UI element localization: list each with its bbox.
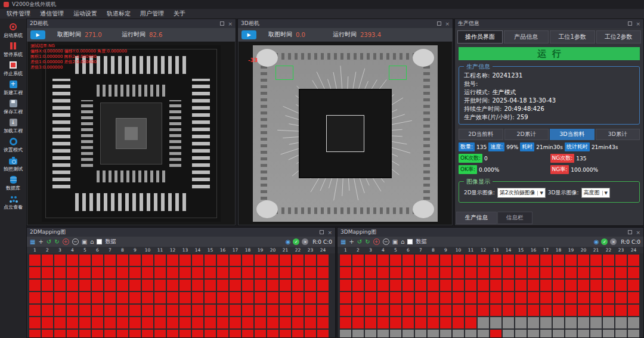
die-cell[interactable] — [628, 292, 639, 303]
die-cell[interactable] — [280, 305, 291, 316]
close-icon[interactable]: × — [327, 230, 332, 235]
die-cell[interactable] — [515, 317, 527, 328]
float-icon[interactable] — [437, 21, 441, 26]
die-cell[interactable] — [490, 255, 501, 266]
rotate-right-icon[interactable]: ↻ — [54, 239, 59, 245]
sidebar-item-save-project[interactable]: 保存工程 — [0, 99, 26, 115]
die-cell[interactable] — [154, 317, 166, 328]
die-cell[interactable] — [54, 317, 66, 328]
tab-station1-params[interactable]: 工位1参数 — [550, 30, 595, 44]
die-cell[interactable] — [129, 280, 141, 291]
die-cell[interactable] — [340, 267, 351, 278]
die-cell[interactable] — [167, 255, 178, 266]
die-cell[interactable] — [503, 330, 514, 337]
die-cell[interactable] — [415, 255, 426, 266]
close-icon[interactable]: × — [445, 21, 450, 27]
probe-icon[interactable]: ◉ — [594, 239, 599, 245]
die-cell[interactable] — [92, 292, 103, 303]
die-cell[interactable] — [117, 280, 128, 291]
die-cell[interactable] — [79, 330, 91, 337]
die-cell[interactable] — [79, 305, 91, 316]
die-cell[interactable] — [340, 255, 351, 266]
die-cell[interactable] — [242, 255, 253, 266]
die-cell[interactable] — [142, 292, 153, 303]
die-cell[interactable] — [267, 267, 278, 278]
camera-3d-image[interactable]: -33 — [239, 42, 452, 225]
die-cell[interactable] — [465, 280, 476, 291]
menu-about[interactable]: 关于 — [169, 9, 190, 18]
tab-3d-total[interactable]: 3D累计 — [596, 129, 640, 140]
close-icon[interactable]: × — [636, 230, 640, 235]
sidebar-item-settings-mode[interactable]: 设置模式 — [0, 137, 26, 153]
zoom-in-icon[interactable]: + — [373, 238, 380, 245]
die-cell[interactable] — [317, 330, 329, 337]
save-map-icon[interactable]: ▣ — [392, 239, 398, 245]
die-cell[interactable] — [205, 317, 216, 328]
data-checkbox[interactable] — [97, 239, 102, 244]
die-cell[interactable] — [528, 292, 539, 303]
die-cell[interactable] — [129, 305, 141, 316]
die-cell[interactable] — [317, 255, 329, 266]
die-cell[interactable] — [192, 305, 203, 316]
die-cell[interactable] — [503, 292, 514, 303]
die-cell[interactable] — [129, 317, 141, 328]
die-cell[interactable] — [540, 292, 552, 303]
sidebar-item-start[interactable]: 启动系统 — [0, 23, 26, 39]
die-cell[interactable] — [54, 330, 66, 337]
die-cell[interactable] — [42, 305, 53, 316]
die-cell[interactable] — [267, 292, 278, 303]
die-cell[interactable] — [54, 292, 66, 303]
die-cell[interactable] — [142, 305, 153, 316]
die-cell[interactable] — [179, 267, 191, 278]
tab-2d-total[interactable]: 2D累计 — [504, 129, 549, 140]
die-cell[interactable] — [390, 292, 401, 303]
sidebar-item-stop[interactable]: 停止系统 — [0, 61, 26, 77]
die-cell[interactable] — [292, 292, 304, 303]
die-cell[interactable] — [565, 330, 577, 337]
die-cell[interactable] — [490, 267, 501, 278]
die-cell[interactable] — [415, 317, 426, 328]
die-cell[interactable] — [142, 255, 153, 266]
die-cell[interactable] — [305, 292, 316, 303]
die-cell[interactable] — [565, 255, 577, 266]
die-cell[interactable] — [377, 317, 389, 328]
die-cell[interactable] — [92, 330, 103, 337]
die-cell[interactable] — [590, 255, 602, 266]
die-cell[interactable] — [415, 330, 426, 337]
die-cell[interactable] — [267, 255, 278, 266]
tab-production-info[interactable]: 生产信息 — [456, 212, 497, 224]
rotate-left-icon[interactable]: ↺ — [357, 239, 362, 245]
die-cell[interactable] — [167, 267, 178, 278]
die-cell[interactable] — [305, 267, 316, 278]
die-cell[interactable] — [515, 305, 527, 316]
die-cell[interactable] — [603, 305, 614, 316]
die-cell[interactable] — [340, 280, 351, 291]
die-cell[interactable] — [503, 317, 514, 328]
die-cell[interactable] — [603, 330, 614, 337]
die-cell[interactable] — [553, 330, 564, 337]
menu-communication[interactable]: 通信管理 — [36, 9, 68, 18]
die-cell[interactable] — [390, 317, 401, 328]
die-cell[interactable] — [528, 255, 539, 266]
die-cell[interactable] — [92, 267, 103, 278]
die-cell[interactable] — [142, 317, 153, 328]
die-cell[interactable] — [292, 305, 304, 316]
die-cell[interactable] — [205, 267, 216, 278]
menu-motion[interactable]: 运动设置 — [69, 9, 101, 18]
die-cell[interactable] — [129, 292, 141, 303]
zoom-out-icon[interactable]: − — [72, 238, 79, 245]
die-cell[interactable] — [565, 267, 577, 278]
die-cell[interactable] — [478, 330, 489, 337]
die-cell[interactable] — [578, 305, 589, 316]
die-cell[interactable] — [540, 305, 552, 316]
die-cell[interactable] — [280, 317, 291, 328]
die-cell[interactable] — [154, 255, 166, 266]
die-cell[interactable] — [117, 255, 128, 266]
die-cell[interactable] — [390, 267, 401, 278]
die-cell[interactable] — [428, 255, 439, 266]
die-cell[interactable] — [179, 330, 191, 337]
die-cell[interactable] — [242, 292, 253, 303]
die-cell[interactable] — [490, 317, 501, 328]
die-cell[interactable] — [440, 255, 451, 266]
die-cell[interactable] — [590, 267, 602, 278]
